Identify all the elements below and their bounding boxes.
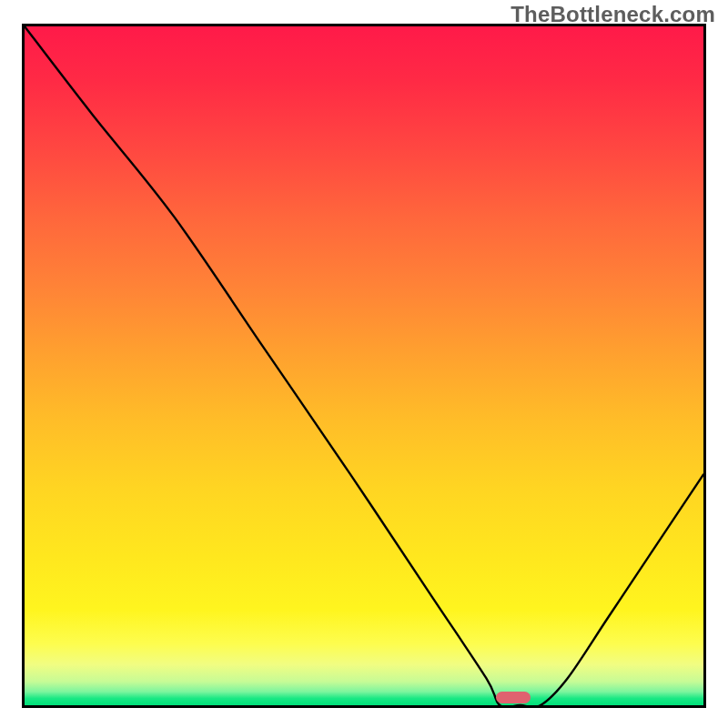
bottleneck-curve (25, 26, 703, 705)
minimum-marker (496, 692, 531, 703)
plot-area (22, 24, 706, 708)
chart-frame: TheBottleneck.com (0, 0, 728, 728)
